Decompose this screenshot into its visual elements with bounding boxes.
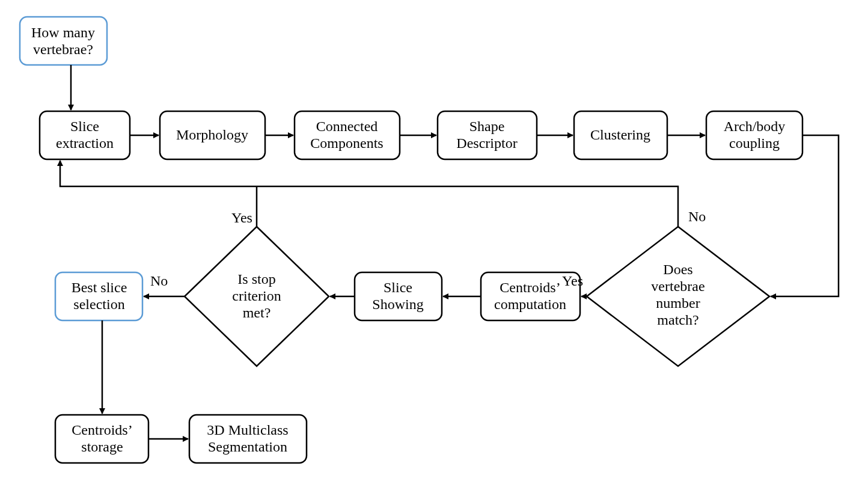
node-clustering-l1: Clustering [590,127,650,142]
node-3d-multiclass-segmentation: 3D Multiclass Segmentation [189,415,307,463]
node-centroids-storage-l2: storage [81,439,123,455]
node-how-many-vertebrae: How many vertebrae? [20,17,107,65]
node-centroids-storage: Centroids’ storage [55,415,148,463]
node-centroids-storage-l1: Centroids’ [72,422,132,438]
node-arch-body-coupling: Arch/body coupling [706,111,802,159]
node-how-many-vertebrae-l1: How many [31,25,95,40]
node-stop-crit-l2: criterion [232,288,281,304]
node-slice-extraction-l2: extraction [56,135,114,151]
node-best-slice-l2: selection [73,296,124,312]
node-centroids-computation-l1: Centroids’ [500,280,560,295]
node-morphology: Morphology [160,111,265,159]
node-connected-components: Connected Components [295,111,400,159]
node-shape-descriptor: Shape Descriptor [438,111,537,159]
node-slice-showing-l2: Showing [372,296,423,312]
node-slice-showing-l1: Slice [384,280,412,295]
node-stop-criterion: Is stop criterion met? [185,227,329,366]
node-slice-showing: Slice Showing [355,272,442,320]
node-arch-body-coupling-l2: coupling [729,135,780,151]
edge-vertmatch-no-to-slice-extraction [60,161,678,227]
node-stop-crit-l1: Is stop [237,271,275,287]
node-slice-extraction: Slice extraction [40,111,130,159]
node-connected-components-l2: Components [310,135,383,151]
node-vert-match-l2: vertebrae [651,278,704,294]
node-shape-descriptor-l1: Shape [469,118,505,134]
node-best-slice-selection: Best slice selection [55,272,142,320]
label-stop-crit-yes: Yes [231,210,252,225]
node-centroids-computation-l2: computation [494,296,566,312]
node-slice-extraction-l1: Slice [70,118,99,134]
label-vertmatch-yes: Yes [562,273,583,289]
label-vertmatch-no: No [688,209,706,224]
node-vertebrae-number-match: Does vertebrae number match? [587,227,769,366]
node-morphology-l1: Morphology [176,127,248,142]
node-vert-match-l1: Does [663,262,692,277]
node-3dseg-l2: Segmentation [208,439,287,455]
node-shape-descriptor-l2: Descriptor [456,135,517,151]
node-vert-match-l3: number [656,295,700,311]
node-arch-body-coupling-l1: Arch/body [724,118,786,134]
node-stop-crit-l3: met? [243,305,271,320]
label-stop-crit-no: No [150,273,168,289]
node-best-slice-l1: Best slice [72,280,127,295]
node-how-many-vertebrae-l2: vertebrae? [33,41,93,57]
node-vert-match-l4: match? [657,312,698,328]
node-clustering: Clustering [574,111,667,159]
node-connected-components-l1: Connected [316,118,378,134]
node-3dseg-l1: 3D Multiclass [207,422,288,438]
